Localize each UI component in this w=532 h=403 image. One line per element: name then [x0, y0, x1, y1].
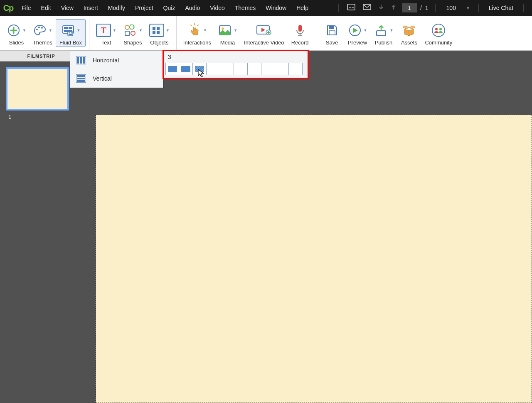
zoom-dropdown-caret[interactable]: ▼: [464, 6, 472, 10]
column-cells-row: [165, 63, 306, 75]
svg-rect-36: [77, 57, 79, 64]
menu-insert[interactable]: Insert: [79, 0, 103, 16]
chevron-down-icon: ▼: [77, 28, 81, 32]
subtitles-icon[interactable]: [345, 4, 357, 12]
app-logo-text: Cp: [3, 3, 14, 13]
slides-label: Slides: [9, 39, 24, 46]
arrow-up-icon[interactable]: [389, 4, 398, 12]
svg-rect-19: [153, 27, 155, 30]
column-cell-4[interactable]: [207, 63, 220, 75]
column-cell-1[interactable]: [165, 63, 179, 75]
community-label: Community: [425, 39, 452, 46]
media-button[interactable]: ▼ Media: [214, 20, 241, 47]
svg-point-33: [435, 28, 438, 30]
text-button[interactable]: T ▼ Text: [93, 20, 120, 47]
arrow-down-icon[interactable]: [377, 4, 385, 12]
svg-rect-15: [69, 34, 72, 35]
text-icon: T: [96, 24, 111, 37]
slide-canvas[interactable]: [96, 115, 532, 403]
themes-button[interactable]: ▼ Themes: [30, 20, 56, 47]
menu-window[interactable]: Window: [261, 0, 291, 16]
chevron-down-icon: ▼: [166, 28, 170, 32]
play-circle-icon: [348, 23, 362, 37]
text-label: Text: [101, 39, 111, 46]
live-chat-button[interactable]: Live Chat: [485, 5, 517, 11]
tool-group-1: ▼ Slides ▼ Themes ▼ Fluid Box: [0, 16, 89, 50]
slide-current-input[interactable]: [402, 3, 417, 12]
svg-point-32: [432, 24, 445, 37]
ivideo-label: Interactive Video: [244, 39, 284, 46]
interactive-video-button[interactable]: Interactive Video: [241, 20, 288, 47]
column-cell-8[interactable]: [261, 63, 275, 75]
svg-rect-1: [349, 7, 351, 8]
slide-thumbnail-1[interactable]: [6, 67, 69, 111]
mail-icon[interactable]: [361, 4, 373, 12]
hand-tap-icon: [187, 23, 202, 37]
menu-edit[interactable]: Edit: [36, 0, 56, 16]
chevron-down-icon: ▼: [49, 28, 52, 32]
column-cell-3[interactable]: [193, 63, 207, 75]
publish-button[interactable]: ▼ Publish: [371, 20, 397, 47]
fluid-box-button[interactable]: ▼ Fluid Box: [56, 19, 86, 47]
menu-view[interactable]: View: [56, 0, 79, 16]
column-count-value: 3: [164, 51, 308, 63]
menu-modify[interactable]: Modify: [103, 0, 130, 16]
community-button[interactable]: Community: [421, 20, 456, 47]
fluid-vertical-option[interactable]: Vertical: [70, 69, 163, 88]
menu-themes[interactable]: Themes: [230, 0, 261, 16]
column-cell-5[interactable]: [220, 63, 234, 75]
vertical-layout-icon: [76, 74, 86, 83]
shapes-icon: [123, 23, 137, 37]
record-label: Record: [291, 39, 309, 46]
svg-rect-31: [377, 31, 386, 36]
fluid-horizontal-option[interactable]: Horizontal: [70, 51, 163, 69]
chevron-down-icon: ▼: [113, 28, 116, 32]
tool-group-4: Save ▼ Preview ▼ Publish Assets: [316, 16, 460, 50]
app-logo: Cp: [0, 3, 17, 13]
chevron-down-icon: ▼: [203, 28, 207, 32]
column-cell-2[interactable]: [179, 63, 193, 75]
shapes-button[interactable]: ▼ Shapes: [120, 20, 146, 47]
column-cell-9[interactable]: [275, 63, 289, 75]
svg-rect-38: [83, 57, 85, 64]
menu-project[interactable]: Project: [130, 0, 158, 16]
box-open-icon: [402, 23, 416, 37]
fluid-box-icon: [61, 23, 75, 37]
menu-help[interactable]: Help: [291, 0, 313, 16]
chevron-down-icon: ▼: [22, 28, 26, 32]
save-button[interactable]: Save: [320, 20, 345, 47]
menu-video[interactable]: Video: [205, 0, 230, 16]
svg-rect-21: [153, 31, 155, 34]
interactions-button[interactable]: ▼ Interactions: [180, 20, 214, 47]
menu-quiz[interactable]: Quiz: [158, 0, 180, 16]
menu-file[interactable]: File: [17, 0, 36, 16]
preview-button[interactable]: ▼ Preview: [345, 20, 371, 47]
microphone-icon: [293, 23, 307, 37]
objects-button[interactable]: ▼ Objects: [146, 20, 173, 47]
divider: [523, 4, 524, 12]
menu-audio[interactable]: Audio: [180, 0, 205, 16]
column-cell-10[interactable]: [289, 63, 303, 75]
column-cell-6[interactable]: [234, 63, 248, 75]
objects-label: Objects: [150, 39, 168, 46]
menu-right-cluster: / 1 100 ▼ Live Chat: [336, 3, 532, 12]
record-button[interactable]: Record: [288, 20, 313, 47]
svg-rect-28: [329, 26, 334, 29]
canvas-area: [82, 61, 532, 403]
svg-point-7: [41, 27, 43, 29]
svg-rect-9: [64, 27, 68, 29]
save-icon: [325, 23, 339, 37]
objects-icon: [149, 24, 164, 37]
svg-rect-22: [157, 31, 160, 34]
assets-button[interactable]: Assets: [397, 20, 421, 47]
assets-label: Assets: [401, 39, 417, 46]
slides-button[interactable]: ▼ Slides: [3, 20, 30, 47]
svg-rect-10: [69, 27, 72, 29]
fluid-box-dropdown: Horizontal Vertical: [70, 51, 164, 88]
save-label: Save: [326, 39, 338, 46]
svg-rect-27: [298, 25, 302, 32]
svg-point-6: [38, 27, 40, 28]
media-label: Media: [220, 39, 235, 46]
column-cell-7[interactable]: [248, 63, 261, 75]
themes-label: Themes: [33, 39, 52, 46]
